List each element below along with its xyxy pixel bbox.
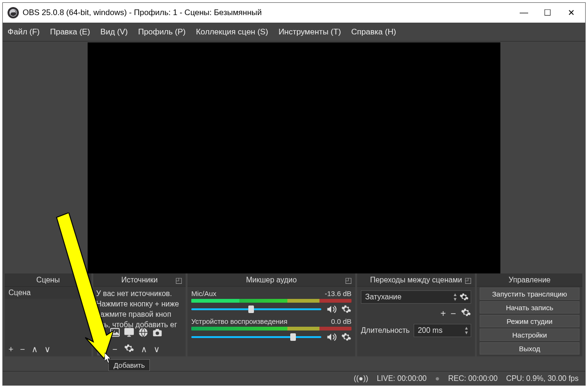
preview-area — [3, 41, 585, 273]
remove-source-button[interactable]: − — [113, 344, 118, 355]
status-bar: ((●)) LIVE: 00:00:00 ● REC: 00:00:00 CPU… — [3, 371, 585, 385]
menu-view[interactable]: Вид (V) — [100, 27, 128, 37]
image-icon — [109, 327, 121, 340]
scene-list-item[interactable]: Сцена — [5, 287, 91, 299]
sources-dock: Источники ◰ У вас нет источников. Нажмит… — [93, 273, 186, 356]
menu-help[interactable]: Справка (H) — [351, 27, 396, 37]
add-scene-button[interactable]: + — [8, 345, 14, 354]
vu-meter — [191, 299, 351, 303]
mixer-channel: Устройство воспроизведения 0.0 dB — [191, 317, 351, 342]
volume-slider[interactable] — [191, 308, 321, 310]
channel-name: Mic/Aux — [191, 289, 216, 297]
start-streaming-button[interactable]: Запустить трансляцию — [480, 288, 580, 300]
window-title: OBS 25.0.8 (64-bit, windows) - Профиль: … — [23, 8, 262, 17]
display-icon — [123, 327, 135, 340]
source-down-button[interactable]: ∨ — [154, 344, 160, 355]
menu-tools[interactable]: Инструменты (T) — [278, 27, 341, 37]
audio-mixer-dock: Микшер аудио ◰ Mic/Aux -13.6 dB — [188, 273, 355, 356]
globe-icon — [138, 327, 149, 340]
channel-name: Устройство воспроизведения — [191, 317, 287, 325]
scene-down-button[interactable]: ∨ — [44, 345, 50, 354]
source-settings-button[interactable] — [124, 343, 134, 356]
source-up-button[interactable]: ∧ — [141, 344, 147, 355]
status-rec: REC: 00:00:00 — [448, 374, 498, 383]
transitions-dock: Переходы между сценами ◰ Затухание ▲▼ + … — [357, 273, 475, 356]
close-button[interactable]: ✕ — [566, 8, 576, 18]
sources-hint-line: Нажмите кнопку + ниже — [96, 299, 183, 309]
menubar: Файл (F) Правка (E) Вид (V) Профиль (P) … — [3, 23, 585, 41]
controls-dock: Управление Запустить трансляцию Начать з… — [477, 273, 582, 356]
tooltip: Добавить — [108, 359, 150, 371]
studio-mode-button[interactable]: Режим студии — [480, 315, 580, 327]
channel-settings-button[interactable] — [341, 332, 351, 342]
channel-settings-button[interactable] — [341, 304, 351, 314]
exit-button[interactable]: Выход — [480, 342, 580, 355]
sources-title: Источники — [121, 276, 157, 284]
speaker-icon[interactable] — [326, 332, 336, 342]
source-toolbar: + − ∧ ∨ — [93, 342, 186, 356]
add-transition-button[interactable]: + — [441, 308, 446, 319]
minimize-button[interactable]: — — [519, 8, 529, 18]
remove-scene-button[interactable]: − — [20, 345, 25, 354]
status-live: LIVE: 00:00:00 — [377, 374, 427, 383]
start-recording-button[interactable]: Начать запись — [480, 301, 580, 314]
maximize-button[interactable]: ☐ — [543, 8, 552, 18]
dropdown-spinner-icon: ▲▼ — [453, 292, 457, 302]
obs-logo-icon — [8, 7, 19, 18]
channel-db: -13.6 dB — [325, 289, 351, 297]
volume-slider[interactable] — [191, 336, 321, 338]
menu-edit[interactable]: Правка (E) — [50, 27, 90, 37]
mixer-channel: Mic/Aux -13.6 dB — [191, 289, 351, 314]
duration-input[interactable]: 200 ms ▲▼ — [414, 324, 471, 337]
menu-file[interactable]: Файл (F) — [8, 27, 40, 37]
transition-properties-button[interactable] — [461, 307, 471, 320]
speaker-icon[interactable] — [326, 304, 336, 314]
remove-transition-button[interactable]: − — [450, 308, 456, 319]
svg-rect-2 — [111, 329, 119, 337]
popout-icon[interactable]: ◰ — [465, 276, 472, 283]
transitions-title: Переходы между сценами — [370, 276, 462, 284]
svg-rect-4 — [125, 329, 133, 335]
add-source-button[interactable]: + — [97, 343, 106, 355]
scene-toolbar: + − ∧ ∨ — [5, 342, 91, 356]
svg-point-3 — [113, 330, 114, 332]
channel-db: 0.0 dB — [331, 317, 351, 325]
mixer-title: Микшер аудио — [246, 276, 297, 284]
scene-up-button[interactable]: ∧ — [32, 345, 38, 354]
broadcast-icon: ((●)) — [354, 374, 368, 383]
transition-settings-button[interactable] — [459, 292, 469, 304]
menu-profile[interactable]: Профиль (P) — [138, 27, 186, 37]
status-cpu: CPU: 0.9%, 30.00 fps — [506, 374, 579, 383]
scenes-dock: Сцены ◰ Сцена + − ∧ ∨ — [5, 273, 91, 356]
popout-icon[interactable]: ◰ — [175, 276, 183, 283]
duration-label: Длительность — [361, 326, 410, 335]
sources-hint-line: нажмите правой кноп — [96, 309, 183, 320]
menu-scene-collection[interactable]: Коллекция сцен (S) — [196, 27, 268, 37]
titlebar: OBS 25.0.8 (64-bit, windows) - Профиль: … — [3, 3, 585, 23]
popout-icon[interactable]: ◰ — [81, 276, 89, 283]
camera-icon — [152, 327, 163, 340]
transition-select[interactable]: Затухание ▲▼ — [361, 290, 471, 304]
settings-button[interactable]: Настройки — [480, 329, 580, 341]
spinner-icon[interactable]: ▲▼ — [464, 326, 469, 335]
controls-title: Управление — [509, 276, 551, 284]
preview-canvas[interactable] — [88, 42, 500, 273]
svg-point-6 — [155, 331, 159, 335]
vu-meter — [191, 327, 351, 330]
record-dot-icon: ● — [435, 374, 440, 383]
sources-hint-line: У вас нет источников. — [96, 289, 183, 299]
scenes-title: Сцены — [36, 276, 60, 284]
popout-icon[interactable]: ◰ — [345, 276, 352, 283]
